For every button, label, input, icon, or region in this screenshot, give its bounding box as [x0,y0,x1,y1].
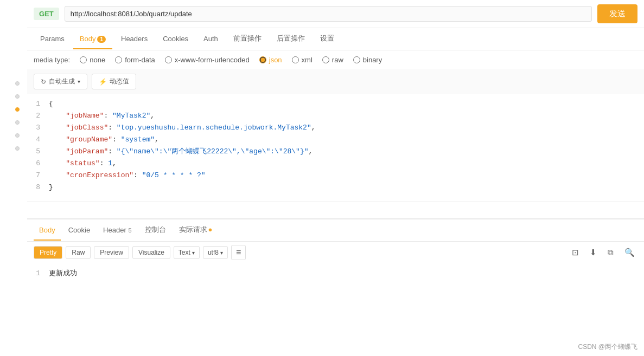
media-type-urlencoded[interactable]: x-www-form-urlencoded [165,56,250,64]
code-line-3: 3 "jobClass": "top.yueshushu.learn.sched… [34,122,637,134]
watermark: CSDN @两个蝴蝶飞 [578,342,637,352]
code-line-8: 8 } [34,182,637,193]
body-actions: ↻ 自动生成 ▾ ⚡ 动态值 [27,69,644,94]
response-body: 1 更新成功 [27,263,644,284]
media-type-form-data[interactable]: form-data [115,56,155,64]
resp-tab-body[interactable]: Body [34,221,61,241]
resp-tab-actual-request[interactable]: 实际请求● [174,219,218,241]
media-type-label: media type: [34,56,70,64]
sidebar-dot-1 [15,81,20,86]
type-chevron-icon: ▾ [192,250,195,256]
editor-spacer [27,202,644,218]
code-editor[interactable]: 1 { 2 "jobName": "MyTask2", 3 "jobClass"… [27,94,644,202]
resp-tab-header[interactable]: Header 5 [98,221,137,241]
refresh-icon: ↻ [41,78,46,86]
code-line-2: 2 "jobName": "MyTask2", [34,110,637,122]
encoding-select[interactable]: utf8 ▾ [203,246,228,259]
search-icon-button[interactable]: 🔍 [622,246,637,259]
sidebar-dot-3 [15,107,20,112]
tab-settings[interactable]: 设置 [314,28,341,50]
url-bar: GET 发送 [27,0,644,28]
tab-params[interactable]: Params [34,29,71,49]
visualize-button[interactable]: Visualize [132,246,170,259]
send-button[interactable]: 发送 [597,4,637,23]
media-type-none[interactable]: none [80,56,105,64]
wrap-button[interactable]: ≡ [231,245,246,260]
pretty-button[interactable]: Pretty [34,246,62,259]
code-line-7: 7 "cronExpression": "0/5 * * * * ?" [34,170,637,182]
media-type-raw[interactable]: raw [322,56,343,64]
request-tab-bar: Params Body1 Headers Cookies Auth 前置操作 后… [27,28,644,50]
media-type-json[interactable]: json [259,56,282,64]
code-line-4: 4 "groupName": "system", [34,134,637,146]
url-input[interactable] [65,6,592,22]
sidebar-dot-2 [15,94,20,99]
response-toolbar: Pretty Raw Preview Visualize Text ▾ utf8… [27,242,644,263]
http-method: GET [34,8,59,20]
media-type-binary[interactable]: binary [353,56,382,64]
resp-tab-console[interactable]: 控制台 [139,219,171,241]
download-icon-button[interactable]: ⬇ [587,246,600,259]
auto-gen-chevron: ▾ [78,79,80,85]
wrap-icon-button[interactable]: ⊡ [569,246,582,259]
code-line-5: 5 "jobParam": "{\"name\":\"两个蝴蝶飞22222\",… [34,146,637,158]
preview-button[interactable]: Preview [94,246,129,259]
tab-cookies[interactable]: Cookies [156,29,195,49]
sidebar-dot-5 [15,133,20,138]
tab-body[interactable]: Body1 [73,29,112,49]
resp-tab-cookie[interactable]: Cookie [63,221,95,241]
main-container: GET 发送 Params Body1 Headers Cookies Auth… [0,0,644,356]
response-toolbar-right: ⊡ ⬇ ⧉ 🔍 [569,246,637,259]
response-tab-bar: Body Cookie Header 5 控制台 实际请求● [27,219,644,242]
code-line-6: 6 "status": 1, [34,158,637,170]
media-type-xml[interactable]: xml [292,56,313,64]
response-section: Body Cookie Header 5 控制台 实际请求● Pretty Ra… [27,218,644,284]
sidebar-dot-6 [15,146,20,151]
sidebar-dot-4 [15,120,20,125]
tab-auth[interactable]: Auth [197,29,225,49]
auto-gen-button[interactable]: ↻ 自动生成 ▾ [34,74,87,89]
sidebar-dots [15,81,20,151]
lightning-icon: ⚡ [99,78,107,86]
encoding-chevron-icon: ▾ [220,250,223,256]
tab-pre-actions[interactable]: 前置操作 [227,28,268,50]
tab-post-actions[interactable]: 后置操作 [270,28,311,50]
raw-button[interactable]: Raw [66,246,91,259]
media-type-row: media type: none form-data x-www-form-ur… [27,50,644,69]
type-select[interactable]: Text ▾ [174,246,200,259]
tab-headers[interactable]: Headers [114,29,154,49]
response-line-1: 1 更新成功 [34,268,637,280]
copy-icon-button[interactable]: ⧉ [605,246,616,259]
code-line-1: 1 { [34,98,637,110]
dynamic-val-button[interactable]: ⚡ 动态值 [92,74,136,89]
